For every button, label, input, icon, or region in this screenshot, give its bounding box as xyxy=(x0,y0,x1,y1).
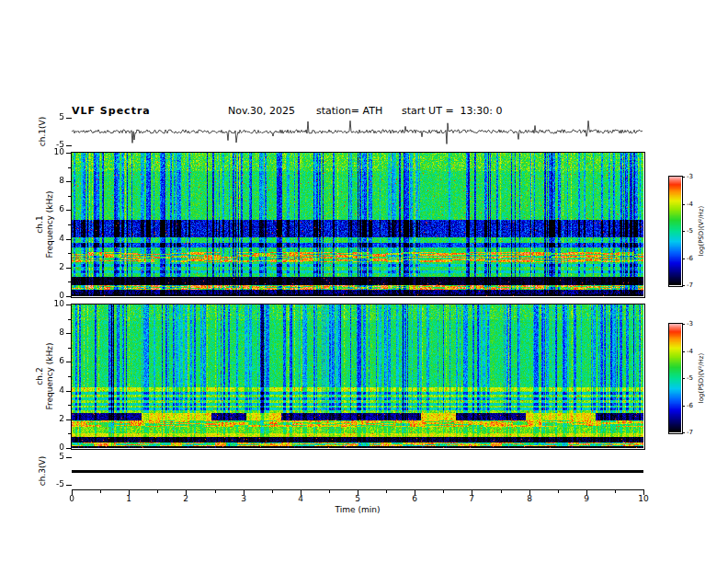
x-tick-label: 4 xyxy=(291,495,310,503)
x-tick-minor xyxy=(443,490,444,493)
x-tick-minor xyxy=(501,490,502,493)
spec2-ytick-minor xyxy=(68,405,72,406)
ch3_wave-ytick-label: -5 xyxy=(44,480,64,488)
x-tick-minor xyxy=(157,490,158,493)
x-tick-minor xyxy=(215,490,216,493)
colorbar-1-tick-label: -5 xyxy=(687,228,693,235)
colorbar-2-tick-mark xyxy=(682,406,685,407)
colorbar-2-tick-label: -6 xyxy=(687,403,693,409)
colorbar-2-tick-mark xyxy=(682,378,685,379)
spec2-ytick-mark xyxy=(66,333,72,334)
x-tick-label: 7 xyxy=(462,495,481,503)
colorbar-2-tick-mark xyxy=(682,324,685,325)
x-tick-minor xyxy=(100,490,101,493)
spec1-ytick-minor xyxy=(68,167,72,168)
ch3_wave-ytick-label: 5 xyxy=(44,453,64,461)
x-tick-minor xyxy=(272,490,273,493)
spec2-ytick-minor xyxy=(68,376,72,377)
spec1-ytick-mark xyxy=(66,296,72,297)
spec2-ytick-mark xyxy=(66,362,72,362)
spec2-ytick-mark xyxy=(66,304,72,305)
ch1-waveform-canvas xyxy=(72,118,643,145)
spec2-ytick-mark xyxy=(66,391,72,392)
colorbar-2-tick-label: -4 xyxy=(687,349,693,355)
spec1-ytick-label: 10 xyxy=(44,148,64,156)
x-axis-title: Time (min) xyxy=(312,505,404,514)
spec1-ytick-mark xyxy=(66,181,72,182)
spec2-ytick-mark xyxy=(66,448,72,449)
ch1_wave-ytick-label: 5 xyxy=(44,113,64,121)
ch2-frequency-khz-label: Frequency (kHz) xyxy=(45,342,55,409)
ch3_wave-ytick-mark xyxy=(66,485,72,486)
spec1-ytick-minor xyxy=(68,282,72,282)
colorbar-1-tick-mark xyxy=(682,285,685,286)
colorbar-2-tick-mark xyxy=(682,432,685,433)
colorbar-2-label: log(PSD)(V²/Hz) xyxy=(698,353,705,404)
spec2-ytick-label: 2 xyxy=(44,415,64,423)
colorbar-2-tick-label: -3 xyxy=(687,321,693,327)
start-ut-label: start UT = 13:30: 0 xyxy=(402,105,503,117)
figure-title: VLF Spectra xyxy=(72,105,151,117)
colorbar-1-tick-mark xyxy=(682,177,685,178)
x-tick-minor xyxy=(329,490,330,493)
x-tick-label: 2 xyxy=(176,495,195,503)
station-label: station= ATH xyxy=(316,105,382,117)
ch2-label: ch.2 xyxy=(35,342,45,409)
colorbar-1-tick-mark xyxy=(682,231,685,232)
colorbar-2-tick-label: -7 xyxy=(687,430,693,436)
spec1-ytick-minor xyxy=(68,253,72,254)
x-tick-label: 3 xyxy=(234,495,253,503)
ch3-waveform-canvas xyxy=(72,453,643,489)
colorbar-1-tick-label: -7 xyxy=(687,282,693,289)
colorbar-1-tick-label: -3 xyxy=(687,174,693,180)
colorbar-1-tick-mark xyxy=(682,259,685,259)
x-tick-minor xyxy=(386,490,387,493)
ch1-spectrogram-canvas xyxy=(72,153,643,296)
x-tick-label: 6 xyxy=(405,495,424,503)
x-tick-label: 0 xyxy=(63,495,81,503)
spec2-ytick-label: 8 xyxy=(44,328,64,337)
spec2-ytick-label: 0 xyxy=(44,443,64,452)
spec2-ytick-label: 4 xyxy=(44,386,64,395)
ch2-frequency-axis-label: ch.2 Frequency (kHz) xyxy=(35,342,55,409)
spec2-ytick-minor xyxy=(68,348,72,349)
x-tick-label: 8 xyxy=(520,495,539,503)
x-tick-minor xyxy=(558,490,559,493)
spec2-ytick-label: 10 xyxy=(44,300,64,308)
colorbar-1-canvas xyxy=(669,177,681,285)
ch1_wave-ytick-mark xyxy=(66,118,72,119)
spec2-ytick-mark xyxy=(66,419,72,420)
spec1-ytick-mark xyxy=(66,153,72,154)
colorbar-2-canvas xyxy=(669,324,681,432)
ch1-label: ch.1 xyxy=(35,190,45,258)
spec1-ytick-label: 4 xyxy=(44,235,64,243)
x-tick-label: 10 xyxy=(634,495,653,503)
x-tick-label: 9 xyxy=(577,495,596,503)
spec1-ytick-minor xyxy=(68,196,72,197)
ch3_wave-ytick-mark xyxy=(66,457,72,458)
vlf-spectra-figure: VLF Spectra Nov.30, 2025 station= ATH st… xyxy=(0,0,728,563)
spec1-ytick-mark xyxy=(66,210,72,211)
colorbar-2-tick-label: -5 xyxy=(687,375,693,382)
colorbar-1-tick-label: -6 xyxy=(687,256,693,262)
x-tick-label: 5 xyxy=(348,495,367,503)
colorbar-1-label: log(PSD)(V²/Hz) xyxy=(698,206,705,257)
spec2-ytick-minor xyxy=(68,433,72,434)
colorbar-1-tick-mark xyxy=(682,204,685,205)
ch1_wave-ytick-mark xyxy=(66,145,72,146)
colorbar-2-tick-mark xyxy=(682,351,685,352)
spec2-ytick-minor xyxy=(68,319,72,320)
x-tick-minor xyxy=(615,490,616,493)
spec1-ytick-label: 2 xyxy=(44,263,64,271)
colorbar-1-tick-label: -4 xyxy=(687,201,693,208)
x-tick-label: 1 xyxy=(119,495,138,503)
ch1_wave-ytick-label: -5 xyxy=(44,141,64,149)
figure-date: Nov.30, 2025 xyxy=(228,105,295,117)
spec1-ytick-label: 6 xyxy=(44,205,64,213)
ch1-frequency-khz-label: Frequency (kHz) xyxy=(45,190,55,258)
spec1-ytick-label: 8 xyxy=(44,177,64,185)
ch1-frequency-axis-label: ch.1 Frequency (kHz) xyxy=(35,190,55,258)
spec1-ytick-minor xyxy=(68,224,72,225)
spec1-ytick-mark xyxy=(66,239,72,240)
ch2-spectrogram-canvas xyxy=(72,304,643,448)
